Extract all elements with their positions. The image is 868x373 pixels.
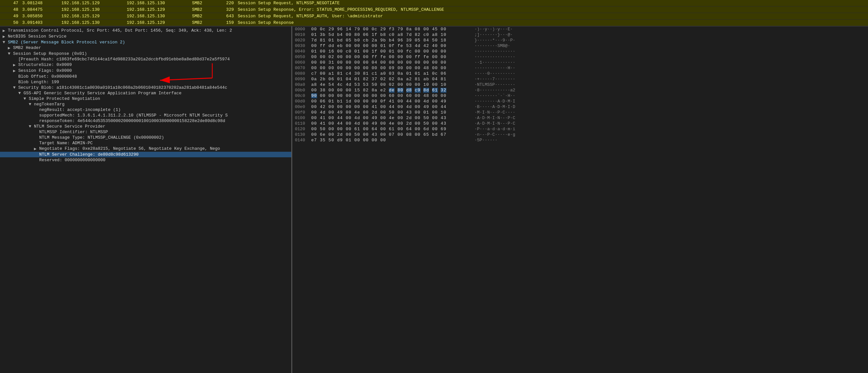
tree-item[interactable]: Target Name: ADMIN-PC (0, 140, 291, 146)
tree-expander[interactable]: ▶ (13, 62, 18, 68)
hex-byte: 37 (372, 77, 377, 81)
hex-byte: 00 (432, 55, 438, 59)
tree-item[interactable]: Reserved: 0000000000000000 (0, 157, 291, 163)
hex-byte: 00 (432, 82, 438, 87)
tree-expander[interactable]: ▼ (13, 85, 18, 90)
packet-dst: 192.168.125.129 (127, 7, 192, 12)
tree-item[interactable]: ▶ Negotiate Flags: 0xe28a8215, Negotiate… (0, 146, 291, 152)
packet-row[interactable]: 50 3.091403 192.168.125.130 192.168.125.… (0, 20, 868, 26)
tree-item[interactable]: ▼ SMB2 (Server Message Block Protocol ve… (0, 39, 291, 45)
tree-item[interactable]: ▼ Session Setup Response (0x01) (0, 51, 291, 57)
hex-byte: 4e (389, 121, 395, 126)
packet-row[interactable]: 48 3.084475 192.168.125.130 192.168.125.… (0, 6, 868, 13)
hex-byte: 81 (415, 77, 421, 81)
hex-byte: 81 (320, 38, 326, 43)
hex-byte: 6e (320, 132, 326, 137)
hex-ascii: ·A·D·M·I·N·-·P·C (474, 115, 865, 121)
hex-byte: 00 (329, 132, 334, 137)
tree-item[interactable]: ▶ NetBIOS Session Service (0, 34, 291, 39)
tree-expander[interactable]: ▼ (8, 51, 13, 56)
hex-offset: 0020 (295, 38, 311, 43)
hex-byte: 04 (372, 60, 377, 65)
tree-item[interactable]: [Preauth Hash: c1863fe69cbc745144ca1f4d9… (0, 57, 291, 62)
hex-byte: a0 (380, 71, 386, 76)
hex-byte: 2d (337, 132, 343, 137)
hex-byte: 96 (337, 27, 343, 32)
tree-expander[interactable]: ▶ (3, 34, 8, 39)
hex-byte: 00 (397, 66, 403, 70)
tree-expander[interactable]: ▼ (29, 102, 34, 107)
hex-byte: 1f (372, 32, 377, 37)
hex-byte: 00 (311, 110, 317, 115)
hex-byte: 00 (397, 60, 403, 65)
tree-item[interactable]: ▼ Security Blob: a181c43081c1a0030a0101a… (0, 85, 291, 91)
hex-byte: 1f (372, 49, 377, 54)
tree-item[interactable]: ▼ GSS-API Generic Security Service Appli… (0, 91, 291, 96)
hex-pane[interactable]: 0000 00 0c 29 96 14 79 00 0c 29 f3 79 8a… (292, 27, 868, 373)
hex-byte: 00 (423, 49, 429, 54)
hex-byte-highlighted: d8 (406, 88, 412, 93)
packet-row[interactable]: 49 3.085850 192.168.125.129 192.168.125.… (0, 13, 868, 20)
tree-item[interactable]: ▼ negTokenTarg (0, 101, 291, 107)
hex-byte: c4 (346, 71, 352, 76)
tree-item[interactable]: ▼ Simple Protected Negotiation (0, 96, 291, 101)
tree-item[interactable]: responseToken: 4e544c4d53535000020000000… (0, 118, 291, 124)
tree-expander[interactable]: ▶ (8, 45, 13, 50)
tree-content: Security Blob: a181c43081c1a0030a0101a10… (18, 85, 289, 90)
hex-byte: 00 (440, 66, 446, 70)
hex-byte: 00 (311, 88, 317, 93)
hex-byte: 00 (363, 49, 369, 54)
tree-item[interactable]: Blob Offset: 0x00000048 (0, 74, 291, 79)
packet-dst: 192.168.125.130 (127, 14, 192, 19)
hex-byte: 00 (363, 110, 369, 115)
hex-byte: c0 (346, 49, 352, 54)
hex-byte: 50 (354, 132, 360, 137)
detail-pane[interactable]: ▶ Transmission Control Protocol, Src Por… (0, 27, 292, 373)
hex-byte: ff (415, 55, 421, 59)
tree-expander[interactable]: ▼ (18, 91, 24, 96)
tree-item[interactable]: ▶ Session Flags: 0x0000 (0, 68, 291, 74)
hex-byte: 00 (363, 104, 369, 109)
hex-byte: 4d (346, 82, 352, 87)
tree-item[interactable]: ▶ Transmission Control Protocol, Src Por… (0, 28, 291, 34)
packet-row[interactable]: 47 3.081248 192.168.125.129 192.168.125.… (0, 0, 868, 6)
hex-byte: 49 (440, 99, 446, 104)
tree-item[interactable]: NTLM Message Type: NTLMSSP_CHALLENGE (0x… (0, 135, 291, 140)
hex-byte: 00 (311, 43, 317, 48)
tree-item[interactable]: negResult: accept-incomplete (1) (0, 107, 291, 112)
tree-item[interactable]: supportedMech: 1.3.6.1.4.1.311.2.2.10 (N… (0, 112, 291, 118)
hex-byte: 82 (363, 77, 369, 81)
hex-offset: 0120 (295, 127, 311, 132)
hex-bytes: 00 42 00 00 00 00 00 41 00 44 00 4d 00 4… (311, 104, 474, 109)
tree-expander[interactable]: ▼ (24, 96, 29, 101)
hex-byte: 00 (397, 127, 403, 132)
tree-item[interactable]: ▼ NTLM Secure Service Provider (0, 124, 291, 129)
hex-byte: 84 (423, 38, 429, 43)
tree-content: Transmission Control Protocol, Src Port:… (8, 28, 289, 33)
hex-offset: 0060 (295, 60, 311, 65)
hex-byte: 0f (380, 99, 386, 104)
tree-expander[interactable]: ▶ (13, 68, 18, 73)
tree-item[interactable]: ▶ SMB2 Header (0, 45, 291, 51)
packet-src: 192.168.125.129 (61, 1, 127, 5)
hex-bytes: 7d 81 01 bd 05 b0 cb 2a 9b b4 96 39 05 8… (311, 38, 474, 43)
hex-byte: 00 (311, 60, 317, 65)
packet-time: 3.084475 (22, 7, 61, 12)
tree-item[interactable]: NTLMSSP Identifier: NTLMSSP (0, 129, 291, 135)
tree-item[interactable]: NTLM Server Challenge: de80d8c98d613290 (0, 152, 291, 157)
hex-byte: 00 (337, 93, 343, 98)
tree-expander[interactable]: ▼ (3, 40, 8, 45)
hex-byte: c0 (389, 32, 395, 37)
tree-item[interactable]: ▶ StructureSize: 0x0009 (0, 62, 291, 68)
hex-byte: c7 (311, 71, 317, 76)
hex-ascii: ·········SMB@· (474, 43, 865, 48)
hex-byte: ff (320, 43, 326, 48)
tree-item[interactable]: Blob Length: 199 (0, 79, 291, 85)
hex-byte: 00 (363, 43, 369, 48)
hex-byte: 0f (389, 43, 395, 48)
tree-expander[interactable]: ▼ (29, 124, 34, 129)
tree-expander[interactable]: ▶ (34, 146, 39, 151)
hex-byte: 31 (329, 60, 334, 65)
hex-byte: 00 (380, 93, 386, 98)
tree-expander[interactable]: ▶ (3, 28, 8, 33)
